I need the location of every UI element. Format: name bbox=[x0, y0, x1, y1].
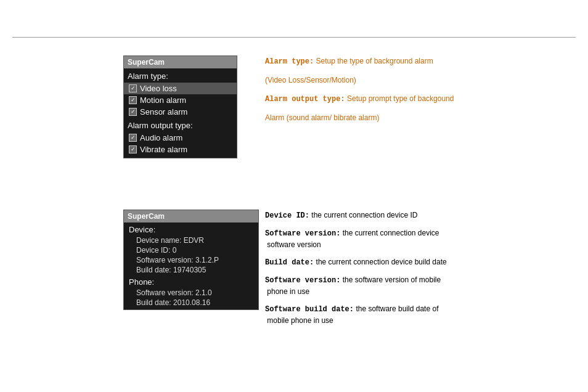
alarm-desc-3-text: Alarm output type: Setup prompt type of … bbox=[265, 94, 454, 103]
device-item-sw-version: Software version: 3.1.2.P bbox=[124, 255, 258, 265]
alarm-item-audio[interactable]: Audio alarm bbox=[124, 132, 237, 144]
alarm-descriptions: Alarm type: Setup the type of background… bbox=[265, 55, 561, 131]
dev-desc-1-text: Device ID: the current connection device… bbox=[265, 211, 417, 219]
alarm-output-type-label: Alarm output type: bbox=[124, 118, 237, 132]
alarm-desc-4: Alarm (sound alarm/ bibrate alarm) bbox=[265, 112, 561, 123]
device-section-label: Device: bbox=[124, 223, 258, 235]
dev-desc-3-normal: the current connection device build date bbox=[316, 258, 447, 266]
phone-section-label: Phone: bbox=[124, 275, 258, 288]
device-item-id: Device ID: 0 bbox=[124, 245, 258, 255]
phone-item-sw-version: Software version: 2.1.0 bbox=[124, 288, 258, 298]
alarm-desc-1: Alarm type: Setup the type of background… bbox=[265, 55, 561, 67]
dev-desc-5-text: Software build date: the software build … bbox=[265, 304, 438, 325]
device-item-build: Build date: 19740305 bbox=[124, 265, 258, 275]
dev-desc-5: Software build date: the software build … bbox=[265, 303, 567, 326]
checkbox-video-loss bbox=[129, 84, 137, 92]
alarm-item-vibrate-label: Vibrate alarm bbox=[140, 145, 187, 154]
dev-desc-1-normal: the current connection device ID bbox=[311, 211, 417, 219]
alarm-type-label: Alarm type: bbox=[124, 68, 237, 83]
alarm-item-sensor[interactable]: Sensor alarm bbox=[124, 106, 237, 118]
dev-desc-3-bold: Build date: bbox=[265, 258, 314, 267]
alarm-item-vibrate[interactable]: Vibrate alarm bbox=[124, 144, 237, 158]
alarm-item-audio-label: Audio alarm bbox=[140, 133, 182, 142]
alarm-desc-2: (Video Loss/Sensor/Motion) bbox=[265, 75, 561, 86]
dev-desc-2: Software version: the current connection… bbox=[265, 227, 567, 250]
alarm-desc-3-normal: Setup prompt type of backgound bbox=[347, 94, 454, 103]
alarm-item-sensor-label: Sensor alarm bbox=[140, 107, 187, 116]
dev-desc-3: Build date: the current connection devic… bbox=[265, 256, 567, 268]
checkbox-audio bbox=[129, 134, 137, 142]
dev-desc-5-bold: Software build date: bbox=[265, 305, 354, 314]
alarm-desc-4-text: Alarm (sound alarm/ bibrate alarm) bbox=[265, 113, 379, 122]
alarm-desc-3-bold: Alarm output type: bbox=[265, 95, 345, 104]
alarm-panel: SuperCam Alarm type: Video loss Motion a… bbox=[123, 55, 237, 158]
alarm-item-motion[interactable]: Motion alarm bbox=[124, 94, 237, 106]
dev-desc-4-text: Software version: the software version o… bbox=[265, 276, 441, 296]
alarm-desc-1-text: Alarm type: Setup the type of background… bbox=[265, 57, 433, 65]
dev-desc-2-bold: Software version: bbox=[265, 229, 340, 238]
checkbox-sensor bbox=[129, 108, 137, 116]
checkbox-motion bbox=[129, 96, 137, 104]
device-panel: SuperCam Device: Device name: EDVR Devic… bbox=[123, 210, 259, 310]
alarm-desc-1-normal: Setup the type of background alarm bbox=[316, 57, 433, 65]
dev-desc-4: Software version: the software version o… bbox=[265, 274, 567, 297]
alarm-panel-title: SuperCam bbox=[124, 56, 237, 68]
dev-desc-2-text: Software version: the current connection… bbox=[265, 229, 439, 249]
alarm-item-motion-label: Motion alarm bbox=[140, 96, 186, 105]
dev-desc-1-bold: Device ID: bbox=[265, 211, 309, 220]
alarm-desc-1-bold: Alarm type: bbox=[265, 57, 314, 66]
dev-desc-4-bold: Software version: bbox=[265, 276, 340, 285]
device-item-name: Device name: EDVR bbox=[124, 235, 258, 245]
phone-item-build: Build date: 2010.08.16 bbox=[124, 298, 258, 309]
alarm-desc-2-text: (Video Loss/Sensor/Motion) bbox=[265, 76, 356, 84]
alarm-item-video-loss[interactable]: Video loss bbox=[124, 83, 237, 94]
checkbox-vibrate bbox=[129, 145, 137, 153]
device-descriptions: Device ID: the current connection device… bbox=[265, 210, 567, 332]
dev-desc-3-text: Build date: the current connection devic… bbox=[265, 258, 447, 266]
alarm-desc-2-normal: (Video Loss/Sensor/Motion) bbox=[265, 76, 356, 84]
alarm-desc-4-normal: Alarm (sound alarm/ bibrate alarm) bbox=[265, 113, 379, 122]
dev-desc-1: Device ID: the current connection device… bbox=[265, 210, 567, 221]
device-panel-title: SuperCam bbox=[124, 210, 258, 223]
top-divider bbox=[12, 37, 576, 38]
alarm-item-video-loss-label: Video loss bbox=[140, 84, 177, 93]
alarm-desc-3: Alarm output type: Setup prompt type of … bbox=[265, 93, 561, 105]
